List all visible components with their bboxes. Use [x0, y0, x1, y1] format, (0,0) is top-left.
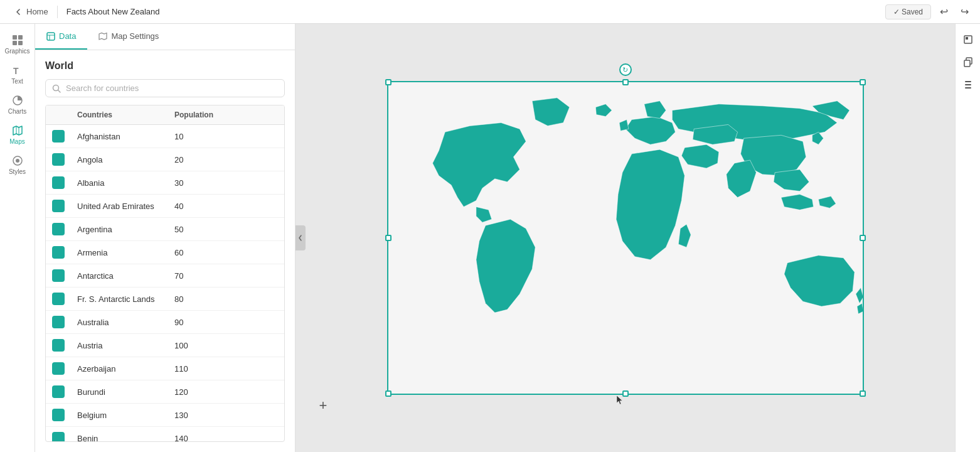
- action-cell: [265, 201, 284, 211]
- home-label: Home: [26, 7, 48, 16]
- sidebar-item-text[interactable]: T Text: [4, 60, 31, 88]
- action-cell: [265, 271, 284, 281]
- handle-tr[interactable]: [860, 79, 866, 85]
- col-header-countries: Countries: [71, 105, 168, 124]
- svg-rect-2: [13, 41, 17, 45]
- table-row[interactable]: Australia 90: [46, 311, 284, 334]
- maps-icon: [11, 124, 24, 137]
- color-swatch[interactable]: [52, 339, 65, 352]
- table-row[interactable]: Argentina 50: [46, 218, 284, 241]
- add-button[interactable]: +: [314, 397, 332, 414]
- graphics-icon: [11, 34, 24, 46]
- action-cell: [265, 340, 284, 350]
- handle-ml[interactable]: [385, 235, 391, 241]
- table-row[interactable]: Belgium 130: [46, 404, 284, 427]
- color-swatch[interactable]: [52, 200, 65, 212]
- color-swatch[interactable]: [52, 432, 65, 441]
- canvas-area[interactable]: ↻ .land { fill: #1aab9b; stroke: #fff; s…: [296, 24, 955, 452]
- panel: Data Map Settings World: [35, 24, 296, 452]
- table-row[interactable]: Fr. S. Antarctic Lands 80: [46, 288, 284, 311]
- tab-data-label: Data: [59, 31, 76, 41]
- color-cell: [46, 264, 71, 287]
- table-row[interactable]: Angola 20: [46, 148, 284, 171]
- table-row[interactable]: United Arab Emirates 40: [46, 195, 284, 218]
- color-swatch[interactable]: [52, 176, 65, 189]
- copy-button[interactable]: [959, 53, 977, 72]
- action-cell: [265, 387, 284, 397]
- home-button[interactable]: Home: [8, 7, 55, 16]
- svg-rect-10: [47, 33, 55, 40]
- table-row[interactable]: Afghanistan 10: [46, 125, 284, 148]
- handle-br[interactable]: [860, 390, 866, 397]
- color-swatch[interactable]: [52, 385, 65, 398]
- search-input[interactable]: [66, 83, 278, 93]
- action-cell: [265, 410, 284, 420]
- handle-tm[interactable]: [622, 79, 629, 85]
- action-cell: [265, 294, 284, 304]
- map-canvas[interactable]: ↻ .land { fill: #1aab9b; stroke: #fff; s…: [387, 81, 864, 395]
- color-swatch[interactable]: [52, 153, 65, 166]
- color-cell: [46, 334, 71, 357]
- tab-map-settings[interactable]: Map Settings: [87, 24, 170, 50]
- right-toolbar: [955, 24, 980, 452]
- table-row[interactable]: Austria 100: [46, 334, 284, 357]
- action-cell: [265, 247, 284, 257]
- svg-rect-19: [965, 81, 971, 82]
- color-swatch[interactable]: [52, 223, 65, 235]
- action-cell: [265, 224, 284, 234]
- charts-icon: [11, 94, 24, 107]
- sidebar-item-charts[interactable]: Charts: [4, 90, 31, 118]
- country-cell: Afghanistan: [71, 127, 168, 146]
- population-cell: 90: [168, 313, 265, 332]
- handle-tl[interactable]: [385, 79, 391, 85]
- collapse-icon: [298, 234, 303, 242]
- world-map-svg: .land { fill: #1aab9b; stroke: #fff; str…: [388, 82, 863, 394]
- col-header-action: [265, 105, 284, 124]
- table-row[interactable]: Armenia 60: [46, 241, 284, 264]
- search-icon: [52, 84, 61, 93]
- table-row[interactable]: Burundi 120: [46, 380, 284, 404]
- tab-data[interactable]: Data: [35, 24, 87, 50]
- table-row[interactable]: Azerbaijan 110: [46, 357, 284, 380]
- color-swatch[interactable]: [52, 293, 65, 305]
- table-row[interactable]: Benin 140: [46, 427, 284, 441]
- table-row[interactable]: Albania 30: [46, 171, 284, 195]
- country-cell: Azerbaijan: [71, 359, 168, 379]
- rotate-handle[interactable]: ↻: [619, 63, 632, 76]
- saved-button[interactable]: ✓ Saved: [885, 4, 931, 19]
- redo-button[interactable]: ↪: [957, 3, 972, 20]
- color-swatch[interactable]: [52, 130, 65, 143]
- population-cell: 40: [168, 196, 265, 216]
- sidebar-item-graphics[interactable]: Graphics: [4, 30, 31, 58]
- undo-button[interactable]: ↩: [936, 3, 952, 20]
- color-swatch[interactable]: [52, 409, 65, 421]
- table-header: Countries Population: [46, 105, 284, 125]
- color-swatch[interactable]: [52, 316, 65, 328]
- copy-icon: [963, 57, 973, 67]
- handle-mr[interactable]: [860, 235, 866, 241]
- save-view-button[interactable]: [959, 30, 977, 49]
- panel-title: World: [45, 60, 285, 72]
- table-row[interactable]: Antarctica 70: [46, 264, 284, 288]
- color-cell: [46, 311, 71, 333]
- action-cell: [265, 154, 284, 164]
- color-swatch[interactable]: [52, 362, 65, 375]
- topbar-divider: [57, 6, 58, 18]
- sidebar-item-maps[interactable]: Maps: [4, 121, 31, 148]
- country-cell: Australia: [71, 313, 168, 332]
- population-cell: 60: [168, 243, 265, 262]
- handle-bl[interactable]: [385, 390, 391, 397]
- map-settings-icon: [99, 32, 107, 41]
- more-icon: [963, 80, 973, 90]
- color-cell: [46, 288, 71, 310]
- population-cell: 50: [168, 220, 265, 239]
- color-cell: [46, 380, 71, 403]
- sidebar-item-styles[interactable]: Styles: [4, 151, 31, 178]
- color-swatch[interactable]: [52, 246, 65, 259]
- color-cell: [46, 218, 71, 240]
- collapse-handle[interactable]: [296, 225, 306, 250]
- more-button[interactable]: [959, 75, 977, 94]
- color-swatch[interactable]: [52, 269, 65, 282]
- population-cell: 140: [168, 429, 265, 442]
- cursor: [615, 394, 624, 408]
